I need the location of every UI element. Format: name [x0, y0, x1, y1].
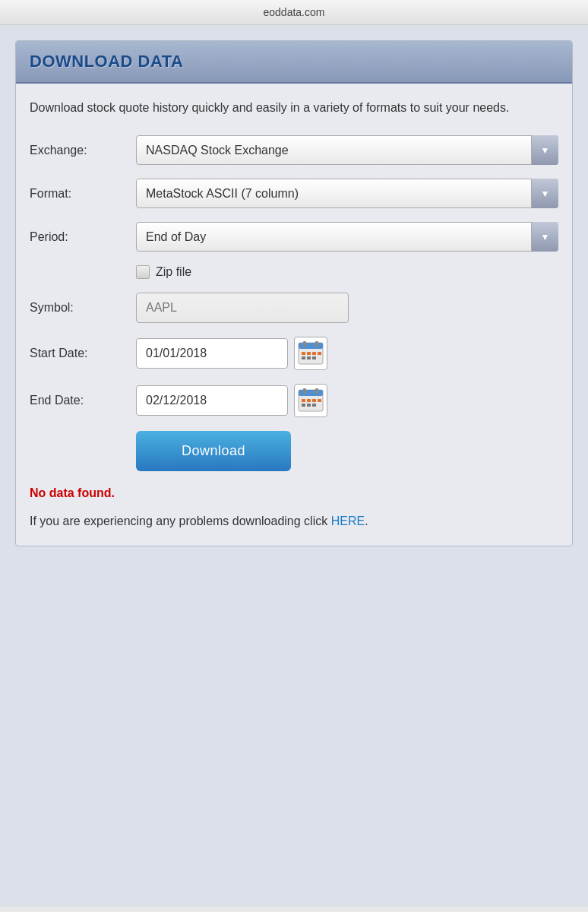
period-select[interactable]: End of Day 1 Minute 5 Minute 15 Minute 3…	[136, 222, 558, 252]
svg-rect-12	[299, 390, 323, 396]
period-select-wrapper: End of Day 1 Minute 5 Minute 15 Minute 3…	[136, 222, 558, 252]
svg-rect-2	[303, 341, 306, 347]
end-date-input[interactable]	[136, 385, 288, 416]
svg-rect-8	[302, 356, 305, 359]
symbol-wrapper	[136, 293, 558, 323]
start-date-calendar-button[interactable]	[294, 337, 327, 370]
symbol-label: Symbol:	[30, 301, 136, 315]
period-wrapper: End of Day 1 Minute 5 Minute 15 Minute 3…	[136, 222, 558, 252]
exchange-wrapper: NASDAQ Stock Exchange NYSE AMEX LSE TSX …	[136, 135, 558, 165]
url-text: eoddata.com	[264, 6, 325, 18]
svg-rect-6	[312, 352, 316, 355]
help-text: If you are experiencing any problems dow…	[30, 512, 558, 530]
period-label: Period:	[30, 230, 136, 244]
format-select-wrapper: MetaStock ASCII (7 column) CSV Excel Met…	[136, 179, 558, 208]
period-row: Period: End of Day 1 Minute 5 Minute 15 …	[30, 222, 558, 252]
svg-rect-18	[318, 399, 321, 402]
format-row: Format: MetaStock ASCII (7 column) CSV E…	[30, 179, 558, 208]
exchange-row: Exchange: NASDAQ Stock Exchange NYSE AME…	[30, 135, 558, 165]
svg-rect-16	[307, 399, 311, 402]
svg-rect-9	[307, 356, 311, 359]
page-wrapper: DOWNLOAD DATA Download stock quote histo…	[0, 25, 588, 907]
svg-rect-5	[307, 352, 311, 355]
description-text: Download stock quote history quickly and…	[30, 99, 558, 117]
start-date-input[interactable]	[136, 338, 288, 369]
error-message: No data found.	[30, 486, 558, 500]
help-text-before: If you are experiencing any problems dow…	[30, 515, 331, 527]
download-button[interactable]: Download	[136, 431, 291, 471]
card-body: Download stock quote history quickly and…	[16, 84, 572, 546]
svg-rect-21	[312, 404, 316, 407]
download-button-wrapper: Download	[136, 431, 291, 471]
browser-address-bar: eoddata.com	[0, 0, 588, 25]
symbol-input[interactable]	[136, 293, 349, 323]
svg-rect-15	[302, 399, 305, 402]
download-data-card: DOWNLOAD DATA Download stock quote histo…	[15, 40, 573, 546]
start-date-calendar-icon	[297, 340, 324, 367]
svg-rect-1	[299, 343, 323, 349]
svg-rect-7	[318, 352, 321, 355]
zip-file-row: Zip file	[136, 265, 558, 279]
zip-file-checkbox[interactable]	[136, 265, 150, 279]
svg-rect-13	[303, 388, 306, 394]
help-text-after: .	[365, 515, 368, 527]
page-title: DOWNLOAD DATA	[30, 52, 558, 71]
format-wrapper: MetaStock ASCII (7 column) CSV Excel Met…	[136, 179, 558, 208]
svg-rect-3	[315, 341, 318, 347]
format-select[interactable]: MetaStock ASCII (7 column) CSV Excel Met…	[136, 179, 558, 208]
help-link[interactable]: HERE	[331, 515, 365, 527]
svg-rect-4	[302, 352, 305, 355]
zip-file-label[interactable]: Zip file	[156, 265, 191, 279]
end-date-label: End Date:	[30, 394, 136, 407]
exchange-select-wrapper: NASDAQ Stock Exchange NYSE AMEX LSE TSX …	[136, 135, 558, 165]
svg-rect-10	[312, 356, 316, 359]
exchange-select[interactable]: NASDAQ Stock Exchange NYSE AMEX LSE TSX	[136, 135, 558, 165]
exchange-label: Exchange:	[30, 144, 136, 157]
svg-rect-14	[315, 388, 318, 394]
svg-rect-17	[312, 399, 316, 402]
card-header: DOWNLOAD DATA	[16, 41, 572, 84]
svg-rect-20	[307, 404, 311, 407]
start-date-row: Start Date:	[30, 337, 558, 370]
end-date-calendar-icon	[297, 387, 324, 414]
svg-rect-19	[302, 404, 305, 407]
symbol-row: Symbol:	[30, 293, 558, 323]
start-date-label: Start Date:	[30, 347, 136, 360]
end-date-row: End Date:	[30, 384, 558, 417]
end-date-calendar-button[interactable]	[294, 384, 327, 417]
format-label: Format:	[30, 187, 136, 201]
